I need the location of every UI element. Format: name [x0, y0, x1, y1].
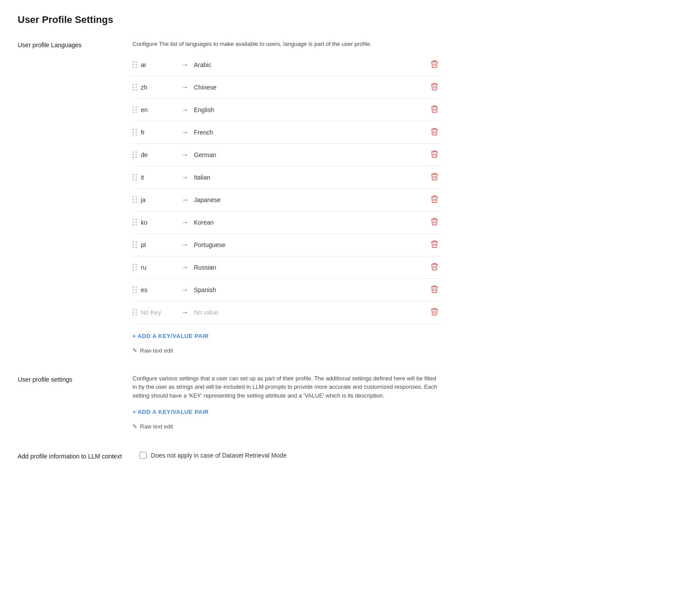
- languages-section-content: Configure The list of languages to make …: [132, 40, 442, 357]
- llm-context-checkbox[interactable]: [140, 452, 147, 459]
- delete-language-button[interactable]: [427, 193, 442, 207]
- delete-language-button[interactable]: [427, 58, 442, 71]
- profile-settings-description: Configure various settings that a user c…: [132, 374, 442, 400]
- list-item: pt → Portuguese: [132, 234, 442, 256]
- drag-handle[interactable]: [132, 129, 141, 135]
- edit-icon-settings: ✎: [132, 423, 137, 430]
- arrow-icon: →: [176, 263, 194, 271]
- list-item: de → German: [132, 144, 442, 166]
- language-code: ru: [141, 264, 176, 271]
- delete-language-button[interactable]: [427, 238, 442, 252]
- list-item: ar → Arabic: [132, 54, 442, 76]
- add-language-pair-button[interactable]: + ADD A KEY/VALUE PAIR: [132, 329, 209, 343]
- arrow-icon: →: [176, 286, 194, 294]
- raw-text-edit-settings[interactable]: ✎ Raw text edit: [132, 421, 442, 432]
- drag-handle[interactable]: [132, 219, 141, 225]
- drag-handle[interactable]: [132, 174, 141, 180]
- list-item: en → English: [132, 99, 442, 121]
- delete-language-button[interactable]: [427, 216, 442, 229]
- language-code: de: [141, 151, 176, 158]
- language-code: en: [141, 106, 176, 113]
- list-item: zh → Chinese: [132, 76, 442, 99]
- language-name: French: [194, 129, 427, 136]
- trash-icon-empty: [431, 308, 438, 316]
- language-code: it: [141, 174, 176, 181]
- language-name-placeholder: No value: [194, 309, 427, 316]
- drag-handle[interactable]: [132, 151, 141, 158]
- language-code: zh: [141, 84, 176, 91]
- page-title: User Profile Settings: [18, 14, 677, 26]
- delete-language-button[interactable]: [427, 171, 442, 184]
- trash-icon: [431, 263, 438, 270]
- trash-icon: [431, 285, 438, 293]
- llm-context-section: Add profile information to LLM context D…: [18, 450, 677, 461]
- language-name: Portuguese: [194, 241, 427, 248]
- language-code: es: [141, 286, 176, 293]
- arrow-icon: →: [176, 196, 194, 204]
- trash-icon: [431, 60, 438, 68]
- list-item: fr → French: [132, 121, 442, 144]
- language-code: ar: [141, 61, 176, 68]
- list-item-empty: No Key → No value: [132, 301, 442, 324]
- trash-icon: [431, 240, 438, 248]
- delete-language-button[interactable]: [427, 283, 442, 297]
- languages-section-label: User profile Languages: [18, 40, 115, 357]
- arrow-icon: →: [176, 61, 194, 69]
- delete-language-button[interactable]: [427, 81, 442, 94]
- arrow-icon: →: [176, 218, 194, 226]
- llm-checkbox-row: Does not apply in case of Dataset Retrie…: [140, 452, 449, 459]
- drag-handle[interactable]: [132, 196, 141, 203]
- delete-language-button[interactable]: [427, 126, 442, 139]
- language-name: Arabic: [194, 61, 427, 68]
- drag-handle-empty[interactable]: [132, 309, 141, 316]
- trash-icon: [431, 83, 438, 90]
- add-settings-pair-button[interactable]: + ADD A KEY/VALUE PAIR: [132, 405, 209, 419]
- list-item: es → Spanish: [132, 279, 442, 301]
- language-code-placeholder: No Key: [141, 309, 176, 316]
- language-name: Spanish: [194, 286, 427, 293]
- list-item: ko → Korean: [132, 211, 442, 234]
- language-name: English: [194, 106, 427, 113]
- arrow-icon: →: [176, 128, 194, 136]
- delete-language-button[interactable]: [427, 148, 442, 162]
- drag-handle[interactable]: [132, 286, 141, 293]
- language-name: Russian: [194, 264, 427, 271]
- trash-icon: [431, 173, 438, 180]
- language-code: pt: [141, 241, 176, 248]
- llm-section-content: Does not apply in case of Dataset Retrie…: [140, 450, 449, 459]
- languages-description: Configure The list of languages to make …: [132, 40, 442, 49]
- arrow-icon: →: [176, 241, 194, 249]
- language-name: German: [194, 151, 427, 158]
- arrow-icon: →: [176, 151, 194, 159]
- delete-empty-button[interactable]: [427, 306, 442, 319]
- llm-checkbox-label: Does not apply in case of Dataset Retrie…: [151, 452, 287, 459]
- trash-icon: [431, 195, 438, 203]
- list-item: ja → Japanese: [132, 189, 442, 211]
- drag-handle[interactable]: [132, 61, 141, 68]
- drag-handle[interactable]: [132, 106, 141, 113]
- delete-language-button[interactable]: [427, 261, 442, 274]
- language-code: ja: [141, 196, 176, 203]
- llm-section-label: Add profile information to LLM context: [18, 450, 122, 461]
- list-item: ru → Russian: [132, 256, 442, 279]
- drag-handle[interactable]: [132, 241, 141, 248]
- drag-handle[interactable]: [132, 84, 141, 90]
- language-name: Chinese: [194, 84, 427, 91]
- profile-settings-content: Configure various settings that a user c…: [132, 374, 442, 433]
- language-name: Italian: [194, 174, 427, 181]
- profile-settings-label: User profile settings: [18, 374, 115, 433]
- arrow-icon: →: [176, 106, 194, 114]
- language-name: Korean: [194, 219, 427, 226]
- arrow-icon: →: [176, 83, 194, 91]
- drag-handle[interactable]: [132, 264, 141, 270]
- edit-icon: ✎: [132, 347, 137, 354]
- delete-language-button[interactable]: [427, 103, 442, 116]
- arrow-icon: →: [176, 173, 194, 181]
- arrow-icon-empty: →: [176, 308, 194, 316]
- language-table: ar → Arabic zh → Chinese: [132, 54, 442, 324]
- raw-text-edit-languages[interactable]: ✎ Raw text edit: [132, 345, 442, 357]
- language-name: Japanese: [194, 196, 427, 203]
- language-code: ko: [141, 219, 176, 226]
- trash-icon: [431, 128, 438, 135]
- profile-settings-section: User profile settings Configure various …: [18, 374, 677, 433]
